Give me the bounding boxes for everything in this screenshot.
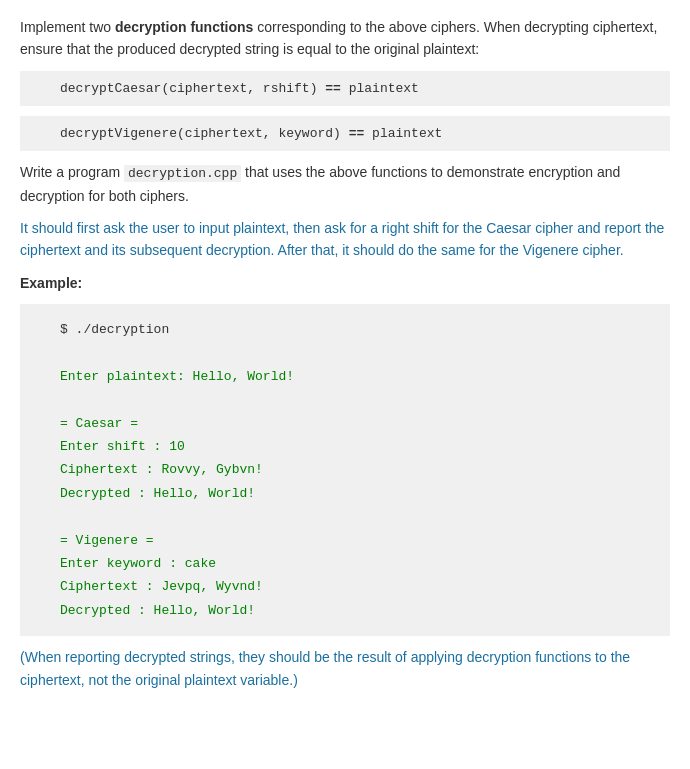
terminal-enter-shift: Enter shift : 10 <box>60 439 185 454</box>
example-heading: Example: <box>20 272 670 294</box>
vigenere-op: == <box>349 126 365 141</box>
vigenere-func: decryptVigenere <box>60 126 177 141</box>
caesar-func: decryptCaesar <box>60 81 161 96</box>
terminal-enter-keyword: Enter keyword : cake <box>60 556 216 571</box>
terminal-decrypted1: Decrypted : Hello, World! <box>60 486 255 501</box>
terminal-ciphertext2: Ciphertext : Jevpq, Wyvnd! <box>60 579 263 594</box>
intro-text1: Implement two <box>20 19 115 35</box>
caesar-result: plaintext <box>349 81 419 96</box>
code-block-caesar: decryptCaesar(ciphertext, rshift) == pla… <box>20 71 670 106</box>
paragraph2: Write a program decryption.cpp that uses… <box>20 161 670 207</box>
terminal-vigenere-header: = Vigenere = <box>60 533 154 548</box>
vigenere-result: plaintext <box>372 126 442 141</box>
code-block-vigenere: decryptVigenere(ciphertext, keyword) == … <box>20 116 670 151</box>
paragraph2-text1: Write a program <box>20 164 124 180</box>
blue-paragraph: It should first ask the user to input pl… <box>20 217 670 262</box>
caesar-params: (ciphertext, rshift) <box>161 81 317 96</box>
terminal-enter-plaintext: Enter plaintext: Hello, World! <box>60 369 294 384</box>
paragraph2-code: decryption.cpp <box>124 165 241 182</box>
terminal-decrypted2: Decrypted : Hello, World! <box>60 603 255 618</box>
caesar-op: == <box>325 81 341 96</box>
intro-paragraph: Implement two decryption functions corre… <box>20 16 670 61</box>
terminal-block: $ ./decryption Enter plaintext: Hello, W… <box>20 304 670 636</box>
note-paragraph: (When reporting decrypted strings, they … <box>20 646 670 691</box>
intro-bold: decryption functions <box>115 19 253 35</box>
terminal-prompt: $ ./decryption <box>60 322 169 337</box>
terminal-ciphertext1: Ciphertext : Rovvy, Gybvn! <box>60 462 263 477</box>
terminal-caesar-header: = Caesar = <box>60 416 138 431</box>
vigenere-params: (ciphertext, keyword) <box>177 126 341 141</box>
